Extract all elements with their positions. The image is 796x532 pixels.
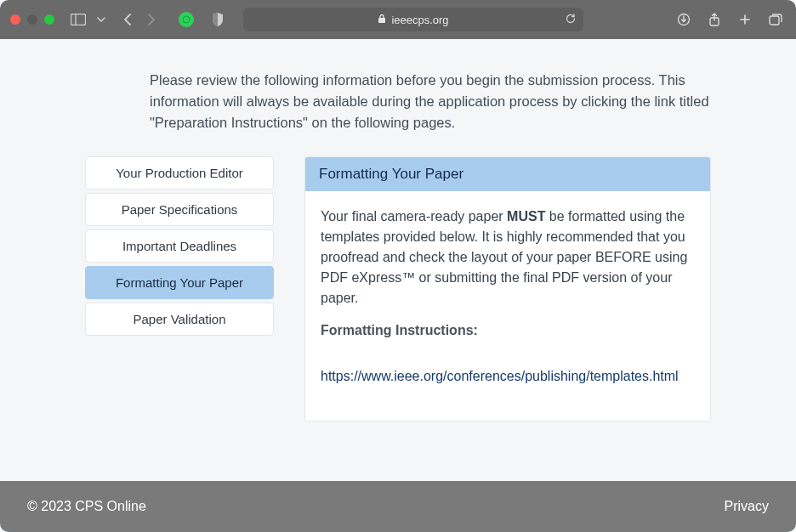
browser-toolbar: ieeecps.org xyxy=(0,0,796,39)
panel-subhead: Formatting Instructions: xyxy=(321,320,695,341)
sidebar-item-label: Important Deadlines xyxy=(122,239,236,253)
sidebar-item-important-deadlines[interactable]: Important Deadlines xyxy=(85,229,274,263)
chevron-down-icon[interactable] xyxy=(95,9,107,30)
page-footer: © 2023 CPS Online Privacy xyxy=(0,481,796,532)
forward-button[interactable] xyxy=(141,9,162,30)
sidebar-item-formatting-your-paper[interactable]: Formatting Your Paper xyxy=(85,266,274,299)
sidebar-item-paper-specifications[interactable]: Paper Specifications xyxy=(85,193,274,226)
lock-icon xyxy=(378,14,386,26)
section-sidebar: Your Production Editor Paper Specificati… xyxy=(85,156,274,336)
footer-copyright: © 2023 CPS Online xyxy=(27,499,146,514)
downloads-icon[interactable] xyxy=(674,9,694,30)
sidebar-item-label: Paper Specifications xyxy=(122,202,238,217)
panel-text: Your final camera-ready paper xyxy=(321,209,507,224)
panel-body: Your final camera-ready paper MUST be fo… xyxy=(305,191,710,421)
privacy-shield-icon[interactable] xyxy=(208,9,228,30)
zoom-window-button[interactable] xyxy=(44,14,54,25)
templates-link[interactable]: https://www.ieee.org/conferences/publish… xyxy=(321,369,679,383)
svg-rect-3 xyxy=(378,18,385,23)
share-icon[interactable] xyxy=(704,9,725,30)
sidebar-toggle-icon[interactable] xyxy=(68,9,88,30)
svg-rect-0 xyxy=(71,14,86,25)
panel-paragraph: Your final camera-ready paper MUST be fo… xyxy=(321,207,695,308)
sidebar-item-label: Paper Validation xyxy=(134,312,226,326)
panel-title: Formatting Your Paper xyxy=(305,157,710,191)
address-domain: ieeecps.org xyxy=(391,14,448,26)
sidebar-item-label: Your Production Editor xyxy=(116,166,243,180)
page-content: Please review the following information … xyxy=(0,39,796,481)
intro-text: Please review the following information … xyxy=(150,70,728,133)
content-panel: Formatting Your Paper Your final camera-… xyxy=(304,156,711,422)
minimize-window-button[interactable] xyxy=(27,14,37,25)
back-button[interactable] xyxy=(117,9,138,30)
new-tab-icon[interactable] xyxy=(735,9,755,30)
tab-overview-icon[interactable] xyxy=(765,9,786,30)
sidebar-item-paper-validation[interactable]: Paper Validation xyxy=(85,303,274,336)
svg-rect-6 xyxy=(770,16,779,25)
footer-privacy-link[interactable]: Privacy xyxy=(725,499,769,514)
reload-icon[interactable] xyxy=(565,13,577,27)
extension-icon[interactable] xyxy=(179,12,194,27)
address-bar[interactable]: ieeecps.org xyxy=(243,8,583,31)
sidebar-item-label: Formatting Your Paper xyxy=(116,275,243,290)
svg-point-2 xyxy=(183,16,190,23)
close-window-button[interactable] xyxy=(10,14,20,25)
panel-text-bold: MUST xyxy=(507,209,545,224)
window-controls xyxy=(10,14,54,25)
sidebar-item-production-editor[interactable]: Your Production Editor xyxy=(85,156,274,190)
